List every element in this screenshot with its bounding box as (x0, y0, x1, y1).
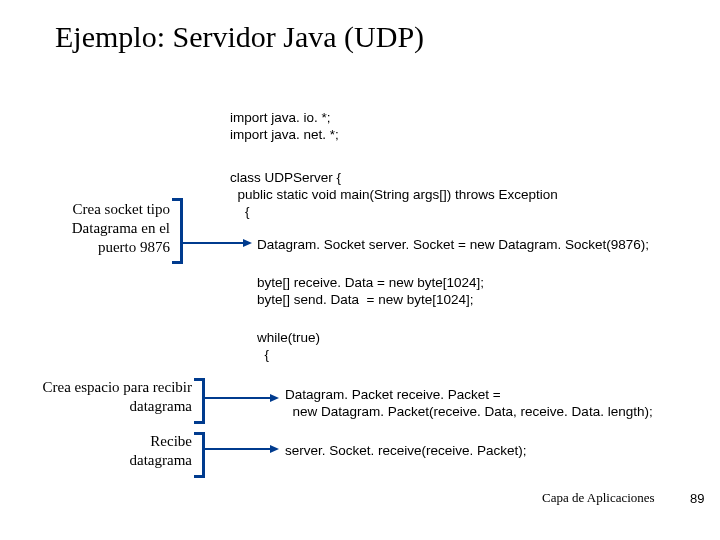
code-socket: Datagram. Socket server. Socket = new Da… (257, 237, 649, 254)
code-buffers: byte[] receive. Data = new byte[1024]; b… (257, 275, 484, 309)
arrow-head-icon (270, 445, 279, 453)
annotation-space: Crea espacio para recibir datagrama (22, 378, 192, 416)
bracket-icon (194, 432, 205, 478)
page-number: 89 (690, 491, 704, 506)
arrow-line-icon (205, 448, 270, 450)
bracket-icon (194, 378, 205, 424)
code-imports: import java. io. *; import java. net. *; (230, 110, 339, 144)
footer-label: Capa de Aplicaciones (542, 490, 655, 506)
slide-title: Ejemplo: Servidor Java (UDP) (55, 20, 424, 54)
arrow-head-icon (270, 394, 279, 402)
arrow-head-icon (243, 239, 252, 247)
annotation-socket: Crea socket tipo Datagrama en el puerto … (30, 200, 170, 256)
code-class-open: class UDPServer { public static void mai… (230, 170, 558, 221)
code-receive: server. Socket. receive(receive. Packet)… (285, 443, 527, 460)
bracket-icon (172, 198, 183, 264)
arrow-line-icon (205, 397, 270, 399)
code-packet: Datagram. Packet receive. Packet = new D… (285, 387, 653, 421)
code-while: while(true) { (257, 330, 320, 364)
annotation-receive: Recibe datagrama (100, 432, 192, 470)
arrow-line-icon (183, 242, 243, 244)
